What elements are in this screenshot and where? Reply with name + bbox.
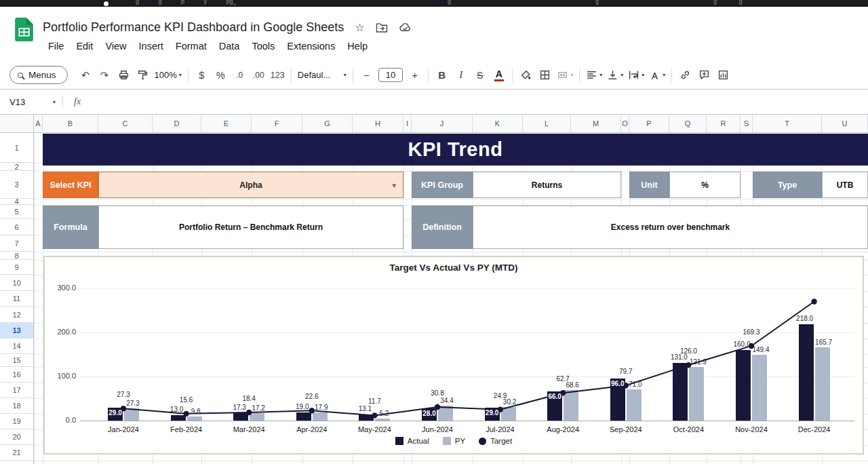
- menu-extensions[interactable]: Extensions: [281, 39, 340, 53]
- insert-chart-button[interactable]: [714, 66, 732, 85]
- text-rotation-button[interactable]: ▾: [647, 66, 667, 85]
- formula-input[interactable]: [90, 90, 868, 114]
- text-color-button[interactable]: A: [490, 66, 508, 85]
- document-title[interactable]: Portfolio Performance KPI Dashboard in G…: [43, 20, 344, 35]
- row-header-15[interactable]: 15: [0, 354, 33, 367]
- legend-target[interactable]: Target: [479, 437, 512, 445]
- row-header-1[interactable]: 1: [0, 133, 33, 163]
- row-header-8[interactable]: 8: [0, 252, 33, 260]
- column-header-G[interactable]: G: [302, 115, 353, 132]
- menu-data[interactable]: Data: [214, 39, 245, 53]
- fill-color-button[interactable]: [517, 66, 535, 85]
- format-currency-button[interactable]: $: [193, 66, 211, 85]
- menus-search-button[interactable]: Menus: [9, 66, 68, 84]
- move-to-folder-icon[interactable]: [376, 22, 388, 33]
- column-header-R[interactable]: R: [707, 115, 741, 132]
- kpi-group-value[interactable]: Returns: [473, 172, 621, 198]
- strikethrough-button[interactable]: S: [471, 66, 489, 85]
- increase-font-size-button[interactable]: +: [406, 66, 424, 85]
- name-box[interactable]: V13 ▾: [0, 97, 62, 107]
- column-header-A[interactable]: A: [34, 115, 43, 132]
- unit-value[interactable]: %: [669, 172, 741, 198]
- bold-button[interactable]: B: [433, 66, 451, 85]
- vertical-align-button[interactable]: ▾: [605, 66, 625, 85]
- decrease-decimal-button[interactable]: .0: [231, 66, 249, 85]
- menu-format[interactable]: Format: [170, 39, 212, 53]
- legend-actual[interactable]: Actual: [395, 437, 429, 445]
- column-header-U[interactable]: U: [822, 115, 868, 132]
- row-header-10[interactable]: 10: [0, 275, 33, 291]
- increase-decimal-button[interactable]: .00: [250, 66, 268, 85]
- row-header-4[interactable]: 4: [0, 199, 33, 205]
- menu-file[interactable]: File: [43, 39, 69, 53]
- kpi-select-dropdown[interactable]: Alpha ▾: [98, 172, 403, 198]
- merge-cells-button[interactable]: ▾: [555, 66, 575, 85]
- menu-view[interactable]: View: [100, 39, 132, 53]
- column-header-O[interactable]: O: [621, 115, 629, 132]
- insert-comment-button[interactable]: [695, 66, 713, 85]
- type-value[interactable]: UTB: [822, 172, 868, 198]
- horizontal-align-button[interactable]: ▾: [584, 66, 604, 85]
- menu-edit[interactable]: Edit: [71, 39, 98, 53]
- column-header-H[interactable]: H: [353, 115, 403, 132]
- row-header-20[interactable]: 20: [0, 429, 33, 445]
- column-header-J[interactable]: J: [412, 115, 473, 132]
- row-header-2[interactable]: 2: [0, 163, 33, 171]
- borders-button[interactable]: [536, 66, 554, 85]
- column-header-P[interactable]: P: [629, 115, 669, 132]
- formula-value[interactable]: Portfolio Return – Benchmark Return: [98, 206, 403, 249]
- column-header-Q[interactable]: Q: [669, 115, 707, 132]
- star-icon[interactable]: ☆: [355, 21, 364, 34]
- column-header-M[interactable]: M: [571, 115, 621, 132]
- menu-insert[interactable]: Insert: [134, 39, 169, 53]
- column-header-I[interactable]: I: [403, 115, 412, 132]
- google-sheets-logo-icon[interactable]: [15, 18, 33, 41]
- column-header-D[interactable]: D: [153, 115, 201, 132]
- kpi-chart[interactable]: Target Vs Actual Vs PY (MTD) Actual PY T…: [43, 256, 864, 455]
- select-all-corner[interactable]: [0, 115, 34, 132]
- zoom-selector[interactable]: 100% ▾: [153, 66, 184, 85]
- row-header-3[interactable]: 3: [0, 171, 33, 199]
- redo-button[interactable]: ↷: [96, 66, 114, 85]
- row-header-13[interactable]: 13: [0, 323, 33, 339]
- column-header-C[interactable]: C: [98, 115, 153, 132]
- font-size-input[interactable]: 10: [378, 68, 403, 82]
- column-header-F[interactable]: F: [252, 115, 302, 132]
- y-axis-tick: 100.0: [45, 372, 76, 380]
- row-header-9[interactable]: 9: [0, 260, 33, 275]
- row-header-12[interactable]: 12: [0, 307, 33, 323]
- column-header-T[interactable]: T: [753, 115, 822, 132]
- column-header-S[interactable]: S: [741, 115, 753, 132]
- row-header-21[interactable]: 21: [0, 445, 33, 461]
- column-header-K[interactable]: K: [473, 115, 523, 132]
- format-percent-button[interactable]: %: [212, 66, 230, 85]
- undo-button[interactable]: ↶: [77, 66, 95, 85]
- menu-help[interactable]: Help: [342, 39, 373, 53]
- paint-format-button[interactable]: [134, 66, 152, 85]
- menu-tools[interactable]: Tools: [246, 39, 280, 53]
- row-header-19[interactable]: 19: [0, 414, 33, 429]
- column-header-B[interactable]: B: [43, 115, 98, 132]
- grid-body[interactable]: 12345678910111213141516171819202122 KPI …: [0, 133, 868, 464]
- decrease-font-size-button[interactable]: −: [357, 66, 376, 85]
- column-header-E[interactable]: E: [201, 115, 252, 132]
- row-header-14[interactable]: 14: [0, 339, 33, 354]
- print-button[interactable]: [115, 66, 133, 85]
- text-wrap-button[interactable]: ▾: [626, 66, 646, 85]
- row-header-22[interactable]: 22: [0, 461, 33, 464]
- row-header-7[interactable]: 7: [0, 235, 33, 252]
- italic-button[interactable]: I: [452, 66, 470, 85]
- row-header-16[interactable]: 16: [0, 367, 33, 383]
- cloud-saved-icon[interactable]: [399, 22, 412, 33]
- font-family-selector[interactable]: Defaul... ▾: [296, 66, 349, 85]
- row-header-11[interactable]: 11: [0, 291, 33, 307]
- row-header-6[interactable]: 6: [0, 219, 33, 235]
- column-header-L[interactable]: L: [523, 115, 571, 132]
- insert-link-button[interactable]: [676, 66, 694, 85]
- definition-value[interactable]: Excess return over benchmark: [473, 206, 868, 249]
- row-header-18[interactable]: 18: [0, 398, 33, 414]
- row-header-17[interactable]: 17: [0, 383, 33, 398]
- row-header-5[interactable]: 5: [0, 205, 33, 219]
- legend-py[interactable]: PY: [443, 437, 465, 445]
- more-formats-button[interactable]: 123: [269, 66, 287, 85]
